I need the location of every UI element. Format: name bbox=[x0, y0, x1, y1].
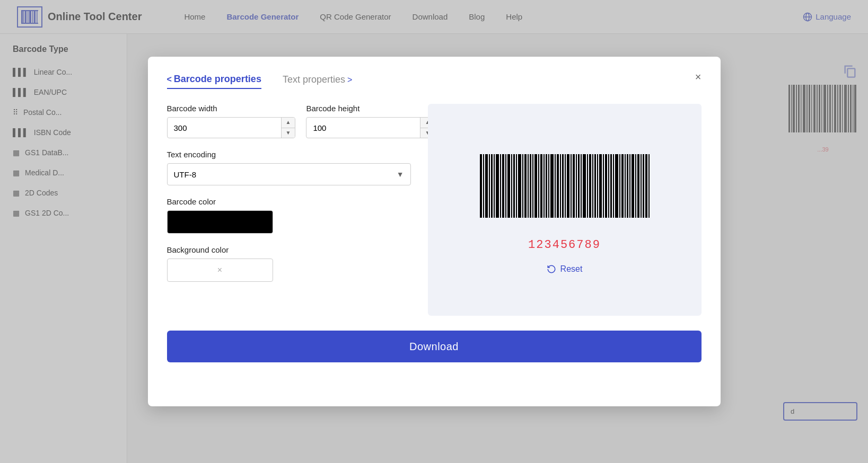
svg-rect-65 bbox=[546, 154, 547, 218]
svg-rect-56 bbox=[522, 154, 523, 218]
svg-rect-79 bbox=[583, 154, 586, 218]
svg-rect-68 bbox=[555, 154, 556, 218]
svg-rect-81 bbox=[589, 154, 591, 218]
svg-rect-49 bbox=[502, 154, 504, 218]
svg-rect-88 bbox=[608, 154, 609, 218]
barcode-number: 123456789 bbox=[528, 238, 601, 252]
svg-rect-44 bbox=[489, 154, 490, 218]
svg-rect-97 bbox=[632, 154, 634, 218]
svg-rect-71 bbox=[562, 154, 564, 218]
svg-rect-55 bbox=[518, 154, 521, 218]
barcode-color-inner bbox=[168, 211, 273, 233]
tab-text-properties[interactable]: Text properties > bbox=[283, 74, 352, 88]
barcode-color-swatch[interactable] bbox=[167, 210, 273, 234]
svg-rect-61 bbox=[534, 154, 537, 218]
svg-rect-96 bbox=[629, 154, 630, 218]
svg-rect-80 bbox=[587, 154, 588, 218]
svg-rect-42 bbox=[483, 154, 484, 218]
encoding-label: Text encoding bbox=[167, 150, 411, 159]
svg-rect-87 bbox=[605, 154, 607, 218]
form-group-width: Barcode width ▲ ▼ bbox=[167, 104, 296, 138]
width-input[interactable] bbox=[168, 118, 281, 138]
svg-rect-93 bbox=[621, 154, 624, 218]
svg-rect-90 bbox=[613, 154, 614, 218]
svg-rect-59 bbox=[530, 154, 531, 218]
bg-color-label: Background color bbox=[167, 245, 411, 254]
svg-rect-62 bbox=[538, 154, 539, 218]
svg-rect-58 bbox=[528, 154, 529, 218]
svg-rect-70 bbox=[560, 154, 561, 218]
svg-rect-98 bbox=[635, 154, 636, 218]
tab-barcode-label: Barcode properties bbox=[174, 74, 261, 85]
encoding-select-wrapper: UTF-8 UTF-16 ISO-8859-1 ASCII ▼ bbox=[167, 163, 411, 185]
download-button[interactable]: Download bbox=[167, 331, 702, 362]
svg-rect-48 bbox=[500, 154, 501, 218]
tab-text-label: Text properties bbox=[283, 74, 345, 85]
reset-label: Reset bbox=[560, 264, 583, 274]
svg-rect-76 bbox=[576, 154, 577, 218]
form-group-bg-color: Background color × bbox=[167, 245, 411, 282]
svg-rect-66 bbox=[548, 154, 549, 218]
form-group-barcode-color: Barcode color bbox=[167, 197, 411, 234]
width-spinners: ▲ ▼ bbox=[281, 118, 295, 138]
svg-rect-53 bbox=[513, 154, 515, 218]
height-label: Barcode height bbox=[306, 104, 435, 113]
form-group-encoding: Text encoding UTF-8 UTF-16 ISO-8859-1 AS… bbox=[167, 150, 411, 185]
modal-body: Barcode width ▲ ▼ Barcode height bbox=[167, 104, 702, 316]
svg-rect-46 bbox=[494, 154, 495, 218]
svg-rect-77 bbox=[578, 154, 580, 218]
svg-rect-86 bbox=[603, 154, 604, 218]
svg-rect-91 bbox=[615, 154, 618, 218]
svg-rect-41 bbox=[480, 154, 482, 218]
svg-rect-72 bbox=[565, 154, 566, 218]
modal-dialog: < Barcode properties Text properties > ×… bbox=[148, 57, 721, 406]
svg-rect-82 bbox=[592, 154, 593, 218]
svg-rect-47 bbox=[496, 154, 499, 218]
modal-form: Barcode width ▲ ▼ Barcode height bbox=[167, 104, 411, 316]
modal-close-button[interactable]: × bbox=[691, 69, 706, 84]
tab-right-arrow: > bbox=[347, 75, 352, 85]
svg-rect-63 bbox=[540, 154, 542, 218]
barcode-image: 123456789 bbox=[475, 146, 655, 252]
width-decrement[interactable]: ▼ bbox=[282, 128, 295, 138]
barcode-svg bbox=[475, 146, 655, 236]
svg-rect-50 bbox=[505, 154, 506, 218]
svg-rect-51 bbox=[507, 154, 510, 218]
svg-rect-101 bbox=[643, 154, 644, 218]
form-group-height: Barcode height ▲ ▼ bbox=[306, 104, 435, 138]
svg-rect-57 bbox=[524, 154, 527, 218]
reset-icon bbox=[547, 264, 556, 274]
height-input-wrapper: ▲ ▼ bbox=[306, 117, 435, 138]
svg-rect-84 bbox=[597, 154, 598, 218]
modal-footer: Download bbox=[167, 331, 702, 362]
width-input-wrapper: ▲ ▼ bbox=[167, 117, 296, 138]
svg-rect-67 bbox=[550, 154, 554, 218]
svg-rect-95 bbox=[627, 154, 628, 218]
svg-rect-60 bbox=[532, 154, 533, 218]
svg-rect-99 bbox=[637, 154, 639, 218]
modal-preview: 123456789 Reset bbox=[428, 104, 702, 316]
svg-rect-83 bbox=[594, 154, 596, 218]
bg-color-swatch[interactable]: × bbox=[167, 259, 273, 282]
width-label: Barcode width bbox=[167, 104, 296, 113]
bg-color-clear-icon: × bbox=[217, 265, 222, 275]
svg-rect-85 bbox=[599, 154, 602, 218]
svg-rect-45 bbox=[491, 154, 493, 218]
svg-rect-73 bbox=[567, 154, 569, 218]
svg-rect-69 bbox=[557, 154, 559, 218]
svg-rect-52 bbox=[511, 154, 512, 218]
svg-rect-54 bbox=[516, 154, 517, 218]
form-dimensions-row: Barcode width ▲ ▼ Barcode height bbox=[167, 104, 411, 138]
svg-rect-74 bbox=[571, 154, 572, 218]
barcode-color-label: Barcode color bbox=[167, 197, 411, 206]
svg-rect-89 bbox=[610, 154, 612, 218]
reset-button[interactable]: Reset bbox=[547, 264, 583, 274]
encoding-select[interactable]: UTF-8 UTF-16 ISO-8859-1 ASCII bbox=[168, 164, 410, 185]
svg-rect-64 bbox=[543, 154, 545, 218]
width-increment[interactable]: ▲ bbox=[282, 118, 295, 128]
svg-rect-100 bbox=[641, 154, 642, 218]
tab-barcode-properties[interactable]: < Barcode properties bbox=[167, 74, 261, 89]
tab-left-arrow: < bbox=[167, 75, 172, 84]
height-input[interactable] bbox=[306, 118, 420, 138]
svg-rect-78 bbox=[581, 154, 582, 218]
